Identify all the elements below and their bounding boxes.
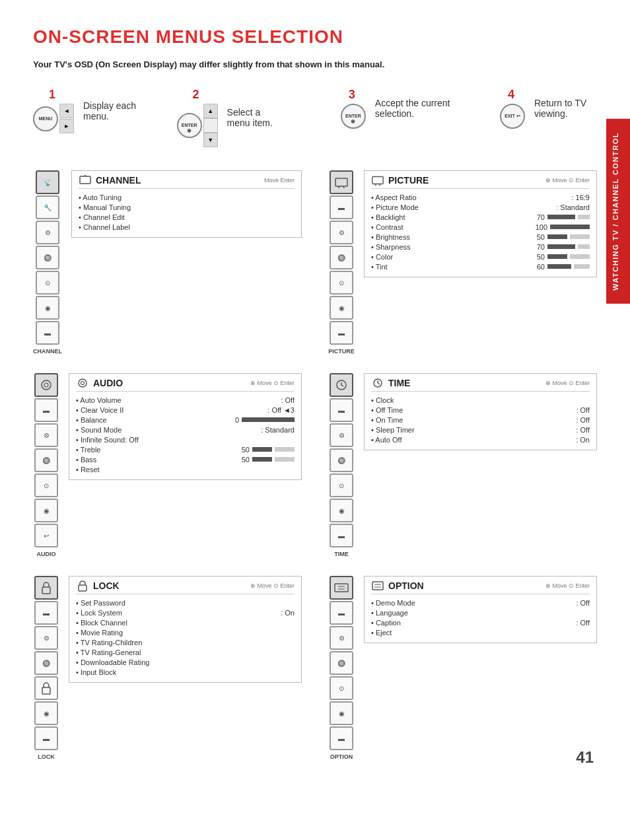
channel-panel-header: CHANNEL Move Enter — [79, 175, 295, 189]
menu-button[interactable]: MENU — [33, 106, 58, 131]
svg-rect-19 — [42, 587, 50, 594]
time-label: TIME — [334, 551, 349, 557]
channel-header-icon — [79, 175, 92, 186]
time-header-icon — [371, 378, 384, 388]
time-nav-hint: ⊕ Move ⊙ Enter — [545, 380, 590, 386]
svg-rect-3 — [335, 178, 347, 186]
option-item-0: • Demo Mode : Off — [371, 598, 590, 608]
picture-item-4: • Brightness 50 — [371, 232, 590, 242]
time-title: TIME — [388, 378, 410, 388]
arrow-down[interactable]: ▼ — [203, 133, 218, 147]
enter-button-3[interactable]: ENTER ✱ — [341, 104, 366, 129]
audio-item-4: • Infinite Sound: Off — [76, 435, 295, 444]
audio-icon-6: ◉ — [34, 499, 58, 522]
lock-items: • Set Password • Lock System : On • Bloc… — [76, 598, 295, 677]
enter-button-2[interactable]: ENTER ✱ — [177, 113, 202, 138]
audio-panel-row: ▬ ⚙ 🔘 ⊙ ◉ ↩ AUDIO AUDIO ⊕ Move ⊙ Enter — [33, 373, 302, 557]
channel-icon-4: 🔘 — [36, 246, 59, 269]
time-panel-row: ▬ ⚙ 🔘 ⊙ ◉ ▬ TIME TIME ⊕ Move ⊙ Enter — [328, 373, 597, 557]
picture-header-icon — [371, 175, 384, 186]
svg-rect-20 — [42, 687, 50, 694]
option-icon-7: ▬ — [330, 726, 353, 750]
instruction-2-text: Select a menu item. — [227, 107, 281, 128]
audio-label: AUDIO — [37, 551, 56, 557]
option-icon-5: ⊙ — [330, 676, 353, 700]
lock-icon-2: ▬ — [34, 601, 58, 625]
channel-item-0: • Auto Tuning — [79, 192, 295, 202]
picture-title: PICTURE — [388, 175, 429, 186]
audio-panel-box: AUDIO ⊕ Move ⊙ Enter • Auto Volume : Off… — [69, 373, 302, 480]
svg-line-15 — [341, 385, 343, 386]
svg-line-4 — [339, 186, 339, 188]
time-icon-6: ◉ — [330, 499, 353, 522]
audio-icon-4: 🔘 — [34, 448, 58, 472]
lock-item-6: • Downloadable Rating — [76, 657, 295, 667]
lock-icon-col: ▬ ⚙ 🔘 ◉ ▬ LOCK — [33, 576, 59, 760]
instruction-2: 2 ENTER ✱ ▲ ▼ — [177, 88, 281, 147]
lock-panel-box: LOCK ⊕ Move ⊙ Enter • Set Password • Loc… — [69, 576, 302, 683]
audio-icon-7: ↩ — [34, 524, 58, 547]
picture-panel-row: ▬ ⚙ 🔘 ⊙ ◉ ▬ PICTURE PICTURE ⊕ Move ⊙ Ent… — [328, 170, 597, 355]
instruction-1-text: Display each menu. — [83, 100, 137, 122]
lock-icon-5 — [34, 676, 58, 700]
svg-rect-21 — [79, 585, 87, 591]
lock-item-5: • TV Rating-General — [76, 647, 295, 657]
audio-icon-2: ▬ — [34, 398, 58, 422]
svg-rect-6 — [372, 177, 383, 184]
time-item-1: • Off Time : Off — [371, 405, 590, 415]
channel-icon-7: ▬ — [36, 321, 59, 345]
option-panel-row: ▬ ⚙ 🔘 ⊙ ◉ ▬ OPTION OPTION ⊕ Move ⊙ Enter — [328, 576, 597, 760]
lock-header-icon — [76, 580, 89, 591]
page-title: ON-SCREEN MENUS SELECTION — [33, 26, 597, 48]
picture-icon-tv — [330, 170, 353, 194]
instruction-1: 1 MENU ◄ ► Display each menu. — [33, 88, 137, 133]
time-panel-box: TIME ⊕ Move ⊙ Enter • Clock • Off Time :… — [364, 373, 597, 450]
option-panel-header: OPTION ⊕ Move ⊙ Enter — [371, 580, 590, 594]
audio-item-7: • Reset — [76, 464, 295, 474]
svg-point-9 — [42, 380, 51, 390]
page-number: 41 — [576, 748, 594, 767]
lock-icon-6: ◉ — [34, 701, 58, 725]
picture-icon-2: ▬ — [330, 195, 353, 219]
option-item-3: • Eject — [371, 627, 590, 637]
option-item-1: • Language — [371, 608, 590, 617]
lock-panel-header: LOCK ⊕ Move ⊙ Enter — [76, 580, 295, 594]
picture-item-6: • Color 50 — [371, 252, 590, 262]
audio-icon-5: ⊙ — [34, 473, 58, 497]
lock-item-7: • Input Block — [76, 667, 295, 677]
exit-button[interactable]: EXIT ↩ — [500, 104, 525, 129]
picture-label: PICTURE — [328, 348, 355, 355]
audio-item-6: • Bass 50 — [76, 454, 295, 464]
picture-icon-col: ▬ ⚙ 🔘 ⊙ ◉ ▬ PICTURE — [328, 170, 355, 355]
audio-item-0: • Auto Volume : Off — [76, 395, 295, 405]
channel-item-3: • Channel Label — [79, 222, 295, 232]
arrow-left[interactable]: ◄ — [59, 104, 74, 118]
option-icon-main — [330, 576, 353, 600]
picture-item-7: • Tint 60 — [371, 262, 590, 271]
svg-rect-0 — [80, 176, 90, 184]
time-icon-4: 🔘 — [330, 448, 353, 472]
picture-item-0: • Aspect Ratio : 16:9 — [371, 192, 590, 202]
arrow-right[interactable]: ► — [59, 119, 74, 133]
arrow-up[interactable]: ▲ — [203, 104, 218, 118]
picture-icon-7: ▬ — [330, 321, 353, 345]
option-panel-box: OPTION ⊕ Move ⊙ Enter • Demo Mode : Off … — [364, 576, 597, 643]
picture-nav-hint: ⊕ Move ⊙ Enter — [545, 177, 590, 184]
svg-line-5 — [343, 186, 344, 188]
channel-item-2: • Channel Edit — [79, 212, 295, 222]
channel-icon-5: ⊙ — [36, 271, 59, 295]
audio-items: • Auto Volume : Off • Clear Voice II : O… — [76, 395, 295, 474]
option-items: • Demo Mode : Off • Language • Caption :… — [371, 598, 590, 637]
channel-nav-hint: Move Enter — [264, 177, 295, 184]
lock-title: LOCK — [93, 580, 120, 591]
audio-icon-3: ⚙ — [34, 423, 58, 447]
time-icon-3: ⚙ — [330, 423, 353, 447]
audio-icon-speaker — [34, 373, 58, 397]
instruction-3: 3 ENTER ✱ Accept the current selection. — [341, 88, 460, 129]
picture-item-2: • Backlight 70 — [371, 212, 590, 222]
lock-icon-4: 🔘 — [34, 651, 58, 675]
lock-panel-row: ▬ ⚙ 🔘 ◉ ▬ LOCK LOCK ⊕ — [33, 576, 302, 760]
option-title: OPTION — [388, 580, 424, 591]
svg-line-8 — [380, 184, 380, 186]
picture-icon-5: ⊙ — [330, 271, 353, 295]
